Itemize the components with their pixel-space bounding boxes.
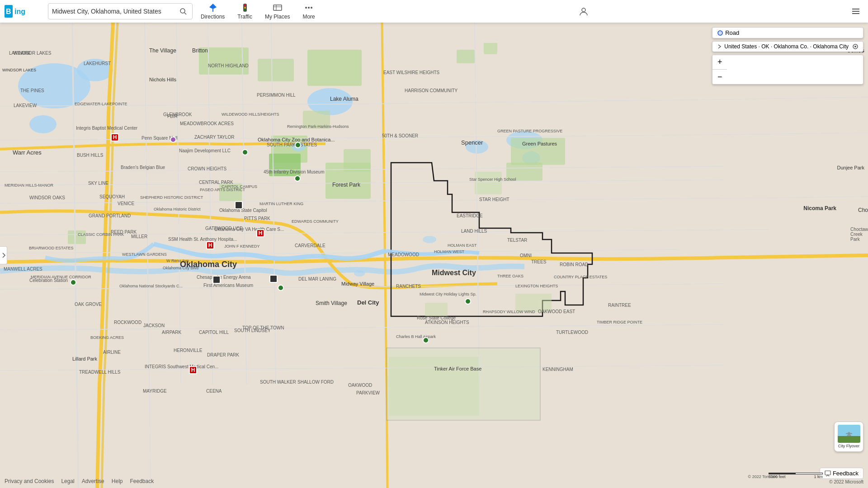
svg-rect-38 (475, 172, 502, 194)
privacy-link[interactable]: Privacy and Cookies (5, 478, 54, 484)
svg-rect-30 (307, 50, 362, 86)
help-link[interactable]: Help (112, 478, 123, 484)
svg-point-45 (423, 236, 436, 243)
svg-point-46 (354, 270, 365, 277)
more-label: More (302, 14, 315, 20)
microsoft-copyright: © 2022 Microsoft (829, 479, 863, 484)
topbar: B ing Midwest City, Oklahoma, United Sta… (0, 0, 868, 23)
city-flyover-label: City Flyover (838, 444, 860, 449)
svg-rect-49 (425, 303, 448, 316)
svg-rect-34 (344, 149, 371, 172)
zoom-out-button[interactable]: − (712, 70, 727, 84)
svg-point-53 (854, 46, 856, 47)
svg-point-22 (77, 59, 113, 81)
svg-point-23 (29, 115, 57, 133)
my-places-nav[interactable]: My Places (260, 1, 294, 22)
hamburger-button[interactable] (848, 4, 863, 19)
breadcrumb-bar: United States · OK · Oklahoma Co. · Okla… (712, 41, 863, 52)
svg-rect-35 (303, 111, 330, 129)
svg-point-16 (582, 8, 585, 12)
city-flyover-thumbnail (838, 425, 860, 443)
tomtom-credit: © 2022 TomTom (748, 474, 778, 479)
my-places-label: My Places (265, 14, 290, 20)
breadcrumb-settings-icon[interactable] (852, 43, 859, 50)
advertise-link[interactable]: Advertise (82, 478, 104, 484)
svg-point-47 (292, 142, 305, 151)
road-button[interactable]: Road (712, 27, 863, 38)
search-button[interactable] (178, 6, 189, 17)
footer-feedback-link[interactable]: Feedback (130, 478, 154, 484)
svg-point-3 (180, 9, 185, 13)
svg-point-25 (466, 140, 488, 154)
traffic-label: Traffic (237, 14, 252, 20)
feedback-button[interactable]: Feedback (820, 468, 863, 479)
svg-point-8 (244, 7, 246, 9)
bing-logo[interactable]: B ing (5, 5, 41, 18)
search-input[interactable]: Midwest City, Oklahoma, United States (52, 8, 178, 15)
svg-point-9 (244, 9, 246, 11)
road-label: Road (725, 29, 739, 36)
zoom-in-button[interactable]: + (712, 55, 727, 70)
svg-rect-36 (511, 138, 565, 165)
svg-rect-40 (457, 50, 475, 63)
svg-line-4 (184, 13, 186, 14)
svg-point-7 (244, 5, 246, 6)
footer-links: Privacy and Cookies Legal Advertise Help… (5, 478, 154, 484)
svg-point-14 (308, 7, 310, 9)
map-controls: Road United States · OK · Oklahoma Co. ·… (712, 27, 863, 84)
svg-rect-44 (387, 348, 540, 420)
svg-rect-10 (274, 5, 282, 10)
search-box: Midwest City, Oklahoma, United States (48, 3, 193, 19)
svg-point-50 (717, 30, 723, 36)
svg-point-15 (311, 7, 312, 9)
directions-label: Directions (201, 14, 225, 20)
svg-point-13 (305, 7, 307, 9)
svg-text:ing: ing (14, 8, 25, 15)
user-icon-button[interactable] (576, 4, 591, 19)
sidebar-expand-arrow[interactable] (0, 246, 7, 264)
legal-link[interactable]: Legal (61, 478, 74, 484)
map-container[interactable]: LAKEAIRE LAKEHURST WINDSOR LAKES WINDSOR… (0, 23, 868, 488)
more-nav[interactable]: More (298, 1, 319, 22)
svg-rect-28 (199, 47, 249, 75)
svg-rect-37 (506, 163, 542, 181)
svg-rect-56 (825, 471, 830, 475)
svg-rect-55 (838, 436, 860, 443)
svg-rect-43 (219, 183, 242, 201)
city-flyover-button[interactable]: City Flyover (834, 422, 863, 452)
zoom-controls: + − (712, 55, 863, 84)
svg-rect-42 (68, 230, 86, 244)
breadcrumb-text: United States · OK · Oklahoma Co. · Okla… (724, 43, 849, 50)
svg-text:B: B (6, 8, 11, 15)
svg-rect-5 (212, 9, 213, 12)
svg-rect-41 (484, 43, 497, 54)
svg-rect-29 (258, 59, 294, 81)
scale-km-label: 1 km (814, 474, 823, 479)
directions-nav[interactable]: Directions (196, 1, 229, 22)
svg-rect-32 (269, 154, 301, 176)
svg-rect-48 (515, 294, 552, 312)
feedback-label: Feedback (833, 470, 859, 477)
traffic-nav[interactable]: Traffic (233, 1, 257, 22)
